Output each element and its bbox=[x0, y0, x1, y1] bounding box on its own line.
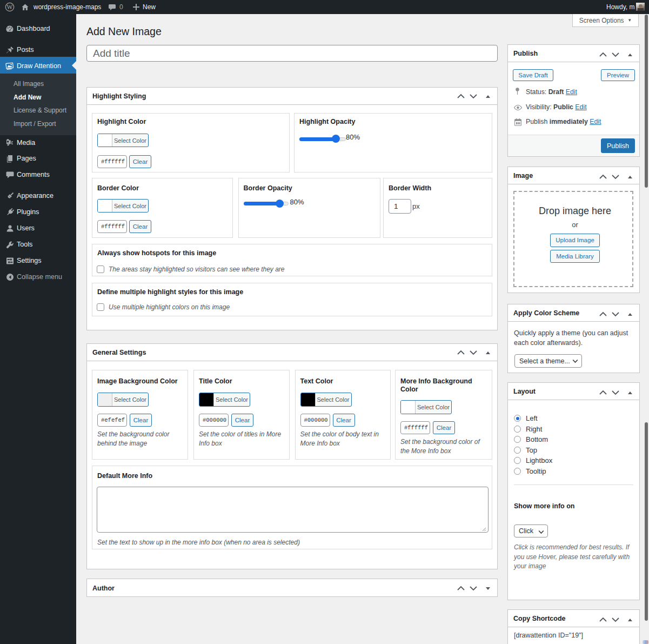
svg-text:W: W bbox=[7, 4, 13, 10]
